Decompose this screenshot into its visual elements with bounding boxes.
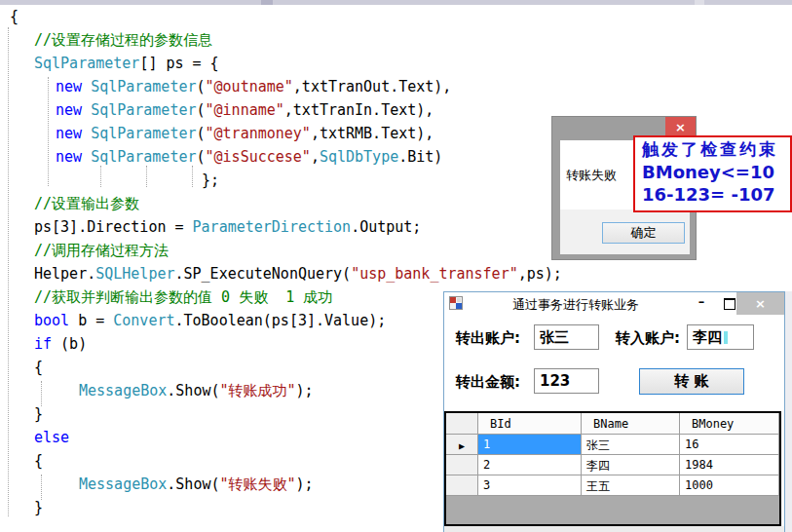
form-bottom-edge (444, 526, 784, 532)
out-amount-input[interactable]: 123 (534, 368, 599, 394)
window-top-edge (0, 0, 792, 5)
indent-guide (100, 166, 101, 187)
indent-guide (146, 166, 147, 187)
annotation-line-1: 触发了检查约束 (642, 138, 790, 161)
minimize-button[interactable]: – (690, 292, 713, 315)
app-icon (449, 296, 463, 310)
annotation-callout: 触发了检查约束 BMoney<=10 16-123= -107 (633, 135, 792, 212)
indent-guide (8, 27, 9, 516)
in-account-input[interactable]: 李四 (687, 324, 754, 350)
annotation-line-3: 16-123= -107 (642, 183, 790, 206)
out-account-input[interactable]: 张三 (534, 324, 599, 350)
grid-row-selector[interactable] (446, 475, 478, 496)
top-edge-notch (261, 0, 273, 5)
grid-cell[interactable]: 2 (478, 455, 582, 475)
out-account-value: 张三 (540, 328, 569, 346)
grid-cell[interactable]: 3 (478, 475, 582, 496)
grid-row: 3王五1000 (446, 475, 779, 496)
form-title: 通过事务进行转账业务 (478, 296, 673, 314)
out-amount-value: 123 (540, 372, 570, 390)
label-in-account: 转入账户: (616, 329, 680, 348)
grid-header-row: BIdBNameBMoney (446, 413, 779, 435)
grid-row: ▶1张三16 (446, 435, 779, 455)
grid-cell[interactable]: 1 (478, 435, 582, 455)
transfer-form-window: 通过事务进行转账业务 – × 转出账户: 张三 转入账户: 李四 转出金额: 1… (443, 291, 785, 532)
grid-column-header[interactable]: BMoney (680, 413, 779, 435)
screen: {//设置存储过程的参数信息SqlParameter[] ps = {new S… (0, 0, 792, 532)
background-strip (785, 291, 792, 532)
grid-cell[interactable]: 1000 (680, 475, 779, 496)
form-titlebar[interactable]: 通过事务进行转账业务 – × (444, 292, 784, 315)
transfer-button[interactable]: 转 账 (639, 368, 744, 395)
indent-guide (192, 166, 193, 187)
grid-row: 2李四1984 (446, 455, 779, 475)
grid-cell[interactable]: 王五 (582, 475, 680, 496)
grid-row-selector[interactable]: ▶ (446, 435, 478, 455)
form-close-button[interactable]: × (736, 292, 784, 315)
label-out-account: 转出账户: (456, 329, 520, 348)
indent-guide (48, 77, 49, 186)
top-edge-notch-2 (695, 0, 704, 5)
grid-cell[interactable]: 1984 (680, 455, 779, 475)
grid-cell[interactable]: 张三 (582, 435, 680, 455)
grid-cell[interactable]: 李四 (582, 455, 680, 475)
indent-guide (41, 381, 42, 406)
grid-row-selector[interactable] (446, 455, 478, 475)
grid-corner-cell[interactable] (446, 413, 478, 435)
grid-column-header[interactable]: BId (478, 413, 582, 435)
text-selection-mark (724, 331, 728, 344)
bank-data-grid[interactable]: BIdBNameBMoney▶1张三162李四19843王五1000 (444, 411, 781, 526)
label-out-amount: 转出金额: (456, 373, 520, 392)
messagebox-message: 转账失败 (566, 167, 617, 184)
grid-cell[interactable]: 16 (680, 435, 779, 455)
grid-column-header[interactable]: BName (582, 413, 680, 435)
annotation-line-2: BMoney<=10 (642, 161, 790, 183)
indent-guide (41, 475, 42, 500)
maximize-icon (724, 298, 735, 310)
ok-button[interactable]: 确定 (602, 222, 685, 244)
in-account-value: 李四 (693, 328, 722, 346)
minimize-icon: – (698, 294, 705, 309)
close-icon: × (755, 296, 766, 311)
close-icon: × (675, 120, 686, 134)
